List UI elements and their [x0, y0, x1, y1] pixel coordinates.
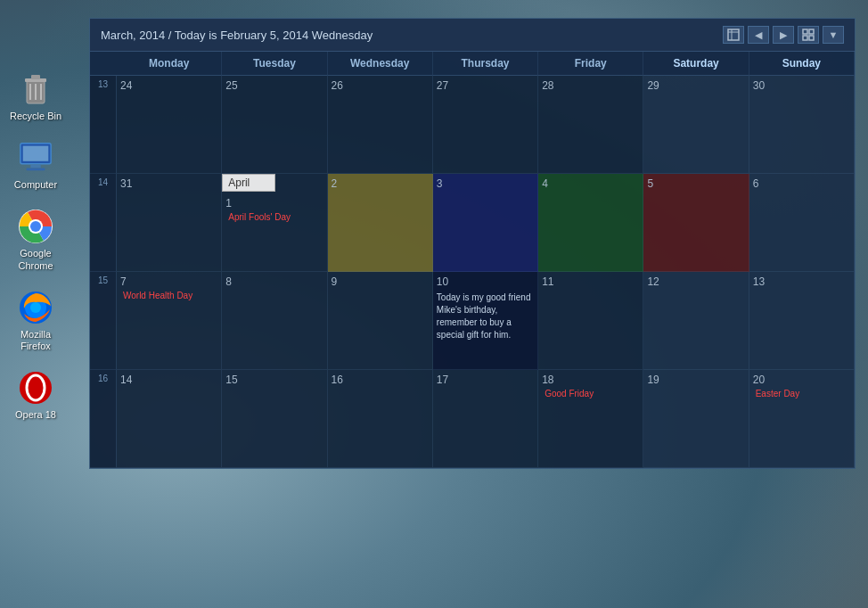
day-cell[interactable]: 30: [749, 76, 855, 174]
header-sunday: Sunday: [749, 52, 855, 76]
computer-icon[interactable]: Computer: [4, 140, 67, 191]
svg-rect-9: [27, 168, 45, 171]
easter-day-event: Easter Day: [753, 388, 850, 399]
day-cell[interactable]: 24: [117, 76, 222, 174]
firefox-icon[interactable]: Mozilla Firefox: [4, 290, 67, 352]
week-num-header: [90, 52, 117, 76]
week-num-16: 16: [90, 370, 117, 468]
day-cell[interactable]: 7 World Health Day: [117, 272, 222, 370]
day-cell[interactable]: 18 Good Friday: [538, 370, 643, 468]
day-cell[interactable]: 8: [222, 272, 327, 370]
world-health-day-event: World Health Day: [120, 290, 217, 301]
day-cell[interactable]: 12: [643, 272, 749, 370]
computer-label: Computer: [14, 179, 57, 191]
calendar-controls: ◀ ▶ ▼: [723, 26, 844, 44]
day-cell-april-1[interactable]: April 1 April Fools' Day: [222, 174, 327, 272]
day-cell[interactable]: 20 Easter Day: [749, 370, 855, 468]
day-cell[interactable]: 19: [643, 370, 749, 468]
svg-rect-21: [803, 29, 807, 34]
svg-rect-23: [803, 36, 807, 40]
week-num-14: 14: [90, 174, 117, 272]
opera-label: Opera 18: [15, 409, 56, 421]
week-num-13: 13: [90, 76, 117, 174]
day-cell[interactable]: 31: [117, 174, 222, 272]
header-monday: Monday: [117, 52, 222, 76]
day-cell[interactable]: 26: [328, 76, 433, 174]
day-cell[interactable]: 16: [328, 370, 433, 468]
svg-rect-2: [31, 75, 40, 79]
good-friday-event: Good Friday: [542, 388, 639, 399]
day-cell[interactable]: 13: [749, 272, 855, 370]
header-thursday: Thursday: [433, 52, 538, 76]
chrome-icon[interactable]: Google Chrome: [4, 209, 67, 271]
day-cell[interactable]: 29: [643, 76, 749, 174]
calendar-widget: March, 2014 / Today is February 5, 2014 …: [89, 18, 856, 469]
calendar-header: March, 2014 / Today is February 5, 2014 …: [90, 19, 855, 52]
svg-rect-7: [23, 146, 49, 161]
day-cell[interactable]: 17: [433, 370, 538, 468]
desktop-icons: Recycle Bin Computer: [0, 71, 71, 421]
day-cell[interactable]: 9: [328, 272, 433, 370]
chrome-label: Google Chrome: [4, 248, 67, 271]
header-tuesday: Tuesday: [222, 52, 327, 76]
recycle-bin-label: Recycle Bin: [10, 111, 61, 122]
calendar-view-button[interactable]: [723, 26, 744, 44]
menu-button[interactable]: ▼: [823, 26, 844, 44]
expand-button[interactable]: [798, 26, 819, 44]
opera-icon[interactable]: Opera 18: [4, 370, 67, 421]
svg-rect-8: [30, 165, 40, 168]
header-wednesday: Wednesday: [328, 52, 433, 76]
day-cell[interactable]: 11: [538, 272, 643, 370]
calendar-grid: Monday Tuesday Wednesday Thursday Friday…: [90, 52, 855, 468]
header-friday: Friday: [538, 52, 643, 76]
prev-month-button[interactable]: ◀: [748, 26, 769, 44]
svg-rect-22: [809, 29, 814, 34]
recycle-bin-icon[interactable]: Recycle Bin: [4, 71, 67, 122]
day-cell[interactable]: 15: [222, 370, 327, 468]
day-cell-april-10[interactable]: 10 Today is my good friend Mike's birthd…: [433, 272, 538, 370]
day-cell[interactable]: 4: [538, 174, 643, 272]
calendar-title: March, 2014 / Today is February 5, 2014 …: [101, 29, 373, 42]
day-cell[interactable]: 28: [538, 76, 643, 174]
svg-rect-18: [728, 29, 739, 40]
svg-point-12: [30, 221, 41, 232]
svg-rect-24: [809, 36, 814, 40]
day-cell[interactable]: 3: [433, 174, 538, 272]
day-cell[interactable]: 6: [749, 174, 855, 272]
header-saturday: Saturday: [643, 52, 749, 76]
firefox-label: Mozilla Firefox: [4, 329, 67, 352]
day-cell[interactable]: 25: [222, 76, 327, 174]
day-cell[interactable]: 2: [328, 174, 433, 272]
birthday-note: Today is my good friend Mike's birthday,…: [437, 292, 534, 341]
next-month-button[interactable]: ▶: [773, 26, 794, 44]
april-tooltip: April: [222, 174, 275, 192]
day-cell[interactable]: 5: [643, 174, 749, 272]
week-num-15: 15: [90, 272, 117, 370]
april-fools-event: April Fools' Day: [225, 211, 323, 223]
svg-point-15: [30, 302, 41, 313]
day-cell[interactable]: 27: [433, 76, 538, 174]
day-cell[interactable]: 14: [117, 370, 222, 468]
